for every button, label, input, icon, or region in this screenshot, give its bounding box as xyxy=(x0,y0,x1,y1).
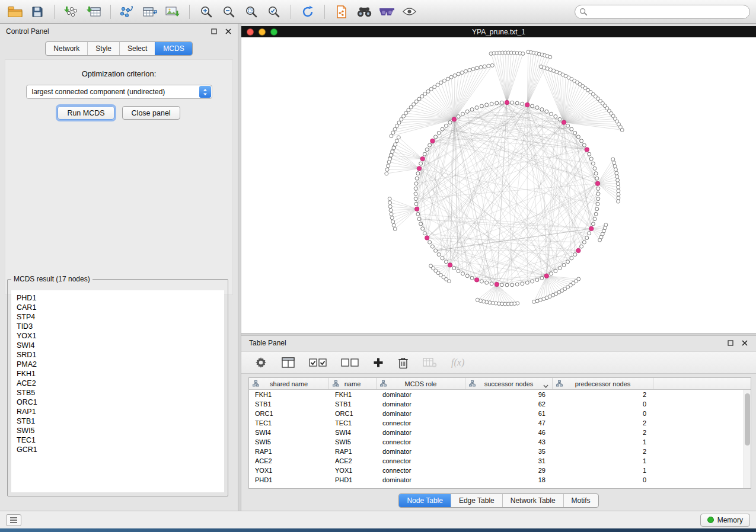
mcds-result-item[interactable]: YOX1 xyxy=(11,331,224,341)
show-columns-button[interactable] xyxy=(282,357,295,368)
criterion-select[interactable]: largest connected component (undirected) xyxy=(26,85,212,99)
toolbar-separator xyxy=(189,5,190,19)
table-row[interactable]: PHD1 PHD1 dominator 18 0 xyxy=(249,475,751,485)
run-mcds-button[interactable]: Run MCDS xyxy=(58,106,114,120)
table-tab[interactable]: Edge Table xyxy=(451,494,502,507)
column-header[interactable]: MCDS role xyxy=(377,378,465,389)
column-header-filler xyxy=(653,378,751,389)
network-and-table-area: YPA_prune.txt_1 Table Panel xyxy=(241,24,756,511)
zoom-in-button[interactable] xyxy=(196,3,216,21)
float-panel-button[interactable] xyxy=(210,28,218,35)
criterion-selected-value: largest connected component (undirected) xyxy=(32,88,165,96)
mcds-result-item[interactable]: RAP1 xyxy=(11,407,224,416)
mcds-result-list[interactable]: PHD1CAR1STP4TID3YOX1SWI4SRD1PMA2FKH1ACE2… xyxy=(11,290,224,492)
float-table-panel-button[interactable] xyxy=(727,339,734,347)
memory-button[interactable]: Memory xyxy=(700,514,750,527)
eye-button[interactable] xyxy=(399,3,419,21)
mcds-result-item[interactable]: SWI4 xyxy=(11,341,224,350)
mcds-result-item[interactable]: ORC1 xyxy=(11,398,224,407)
mcds-result-item[interactable]: STP4 xyxy=(11,312,224,322)
table-row[interactable]: STB1 STB1 dominator 62 0 xyxy=(249,399,751,409)
mcds-result-item[interactable]: FKH1 xyxy=(11,369,224,379)
table-tab[interactable]: Node Table xyxy=(399,494,451,507)
zoom-out-button[interactable] xyxy=(219,3,239,21)
table-row[interactable]: ACE2 ACE2 connector 31 1 xyxy=(249,456,751,466)
unchecked-boxes-icon xyxy=(341,358,359,367)
control-tab[interactable]: Select xyxy=(119,42,155,55)
binoculars-button[interactable] xyxy=(354,3,374,21)
table-row[interactable]: FKH1 FKH1 dominator 96 2 xyxy=(249,390,751,399)
table-tab[interactable]: Motifs xyxy=(563,494,598,507)
cell-predecessor-nodes: 2 xyxy=(553,428,653,437)
table-row[interactable]: SWI5 SWI5 connector 43 1 xyxy=(249,437,751,447)
close-panel-button[interactable] xyxy=(225,28,232,35)
close-panel-button-mcds[interactable]: Close panel xyxy=(122,106,180,120)
zoom-fit-icon xyxy=(244,5,259,19)
cell-name: YOX1 xyxy=(329,466,377,475)
table-tab[interactable]: Network Table xyxy=(502,494,563,507)
binoculars-icon xyxy=(356,7,372,17)
control-tab[interactable]: MCDS xyxy=(155,42,192,55)
zoom-fit-button[interactable] xyxy=(241,3,261,21)
open-file-button[interactable] xyxy=(5,3,25,21)
column-header-label: successor nodes xyxy=(484,380,534,387)
control-tab[interactable]: Network xyxy=(46,42,87,55)
panel-menu-button[interactable] xyxy=(6,514,21,526)
mcds-result-item[interactable]: SWI5 xyxy=(11,426,224,435)
mcds-result-item[interactable]: TEC1 xyxy=(11,435,224,445)
mcds-result-item[interactable]: STB5 xyxy=(11,388,224,398)
import-table-button[interactable] xyxy=(84,3,104,21)
sort-indicator-icon[interactable] xyxy=(543,382,548,389)
column-header[interactable]: predecessor nodes xyxy=(553,378,653,389)
cell-predecessor-nodes: 2 xyxy=(553,418,653,428)
mcds-result-item[interactable]: SRD1 xyxy=(11,350,224,360)
close-table-panel-button[interactable] xyxy=(741,339,748,347)
column-header[interactable]: shared name xyxy=(249,378,329,389)
table-panel-tabs: Node TableEdge TableNetwork TableMotifs xyxy=(241,493,756,508)
network-canvas[interactable] xyxy=(241,37,756,333)
table-row[interactable]: ORC1 ORC1 dominator 61 0 xyxy=(249,409,751,418)
select-all-columns-button[interactable] xyxy=(309,358,327,367)
toolbar-separator xyxy=(54,5,55,19)
table-row[interactable]: SWI4 SWI4 dominator 46 2 xyxy=(249,428,751,437)
save-session-button[interactable] xyxy=(27,3,47,21)
export-table-button[interactable] xyxy=(140,3,160,21)
create-column-button[interactable] xyxy=(373,357,384,368)
zoom-traffic-light[interactable] xyxy=(270,28,277,36)
cell-successor-nodes: 96 xyxy=(465,390,553,399)
mcds-result-item[interactable]: STB1 xyxy=(11,416,224,426)
select-stepper[interactable] xyxy=(199,86,211,98)
table-row[interactable]: RAP1 RAP1 dominator 35 2 xyxy=(249,447,751,456)
control-tab[interactable]: Style xyxy=(87,42,119,55)
search-input[interactable] xyxy=(575,5,750,19)
glasses-button[interactable] xyxy=(377,3,397,21)
table-body: FKH1 FKH1 dominator 96 2 STB1 STB1 domin… xyxy=(249,390,751,485)
mcds-result-item[interactable]: GCR1 xyxy=(11,445,224,454)
memory-label: Memory xyxy=(717,516,743,524)
delete-column-button[interactable] xyxy=(398,357,409,368)
column-header[interactable]: name xyxy=(329,378,377,389)
document-share-button[interactable] xyxy=(331,3,352,21)
export-image-button[interactable] xyxy=(162,3,183,21)
mcds-result-item[interactable]: CAR1 xyxy=(11,303,224,312)
mcds-result-item[interactable]: PMA2 xyxy=(11,360,224,369)
mcds-result-item[interactable]: ACE2 xyxy=(11,379,224,388)
network-window-titlebar[interactable]: YPA_prune.txt_1 xyxy=(241,26,756,37)
zoom-selected-button[interactable] xyxy=(264,3,284,21)
mcds-result-item[interactable]: TID3 xyxy=(11,322,224,331)
close-traffic-light[interactable] xyxy=(247,28,254,36)
export-network-button[interactable] xyxy=(117,3,138,21)
mcds-result-item[interactable]: PHD1 xyxy=(11,293,224,303)
table-scrollbar[interactable] xyxy=(744,390,751,488)
refresh-button[interactable] xyxy=(298,3,318,21)
minimize-traffic-light[interactable] xyxy=(259,28,266,36)
scrollbar-thumb[interactable] xyxy=(745,393,750,446)
unselect-all-columns-button[interactable] xyxy=(341,358,359,367)
cell-predecessor-nodes: 2 xyxy=(553,390,653,399)
table-row[interactable]: TEC1 TEC1 connector 47 2 xyxy=(249,418,751,428)
table-settings-button[interactable] xyxy=(254,356,267,369)
open-folder-icon xyxy=(8,6,23,18)
table-row[interactable]: YOX1 YOX1 connector 29 1 xyxy=(249,466,751,475)
column-header[interactable]: successor nodes xyxy=(465,378,553,389)
import-network-button[interactable] xyxy=(61,3,81,21)
